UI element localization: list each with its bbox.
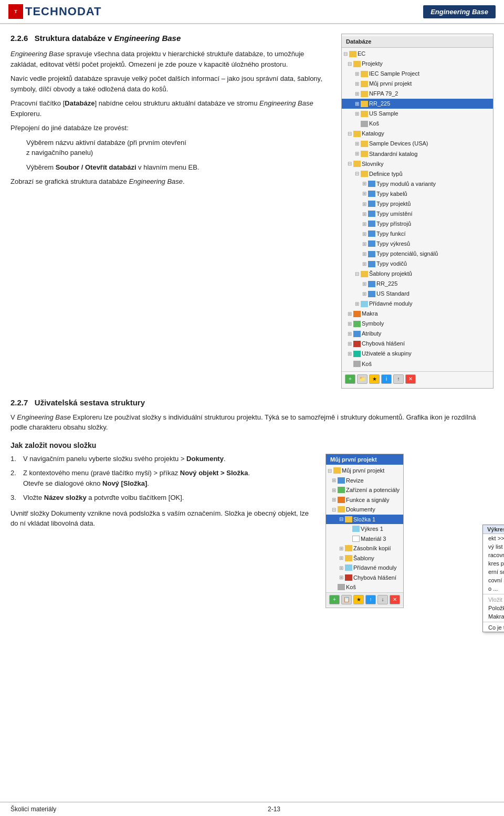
nav-item-funkce[interactable]: ⊞ Funkce a signály [326,495,403,505]
context-item-erni[interactable]: erní soubor [483,568,504,576]
step-3: Vložte Název složky a potvrďte volbu tla… [10,493,316,503]
tree-item-uzivatele[interactable]: ⊞ Uživatelé a skupiny [342,349,493,359]
tree-item-atributy[interactable]: ⊞ Atributy [342,329,493,339]
logo-text: TECHNODAT [25,5,101,18]
folder-icon [361,141,368,147]
tree-item-symboly[interactable]: ⊞ Symboly [342,319,493,329]
tree-item-ec[interactable]: ⊟ EC [342,49,493,59]
nav-item-zasobnik[interactable]: ⊞ Zásobník kopií [326,543,403,553]
trash-icon [338,584,345,590]
nav-panel: Můj první projekt ⊟ Můj první projekt ⊞ … [326,454,404,608]
tree-item-typy-vodicu[interactable]: ⊞ Typy vodičů [342,259,493,269]
context-item-kres[interactable]: kres protokolu [483,559,504,568]
tree-item-definice-typu[interactable]: ⊟ Definice typů [342,169,493,179]
folder-icon [361,101,368,107]
context-item-vlozit[interactable]: Vložit "Speciál" [483,595,504,604]
doc-icon [368,191,375,197]
folder-icon [353,161,361,167]
nav-item-material3[interactable]: Materiál 3 [326,534,403,544]
nav-item-slozka1[interactable]: ⊟ Složka 1 [326,515,403,525]
folder-icon [338,487,345,493]
context-item-cojeto[interactable]: Co je toto ? F1 [483,623,504,632]
folder-icon [345,516,352,522]
nav-item-vykres1[interactable]: Výkres 1 [326,524,403,534]
tree-item-rr225-2[interactable]: ⊞ RR_225 [342,279,493,289]
tree-item-typy-projektu[interactable]: ⊞ Typy projektů [342,199,493,209]
nav-btn-6[interactable]: ✕ [390,595,400,604]
tree-item-std-katalog[interactable]: ⊞ Standardní katalog [342,149,493,159]
toolbar-btn-6[interactable]: ✕ [405,374,416,384]
tree-item-makra[interactable]: ⊞ Makra [342,309,493,319]
section-226-heading: 2.2.6 Struktura databáze v Engineering B… [10,34,332,43]
nav-btn-1[interactable]: + [329,595,340,604]
folder-icon [361,81,368,87]
doc-icon [368,211,375,217]
tree-item-sablony-projektu[interactable]: ⊟ Šablony projektů [342,269,493,279]
footer-left: Školicí materiály [10,805,56,813]
page-header: T TECHNODAT Engineering Base [0,0,504,24]
tree-item-projekty[interactable]: ⊟ Projekty [342,59,493,69]
tree-item-us-standard[interactable]: ⊞ US Standard [342,289,493,299]
toolbar-btn-5[interactable]: ↑ [393,374,404,384]
tree-item-chybova-hlaseni[interactable]: ⊞ Chybová hlášení [342,339,493,349]
context-item-o[interactable]: o ... [483,584,504,593]
nav-btn-2[interactable]: 📋 [341,595,352,604]
doc-icon [368,231,375,237]
nav-btn-4[interactable]: ↑ [365,595,376,604]
tree-item-pridavne-moduly[interactable]: ⊞ Přídavné moduly [342,299,493,309]
step-1: V navigačním panelu vyberte složku svého… [10,454,316,464]
doc-icon [352,526,360,532]
folder-icon [361,71,368,77]
users-icon [353,351,361,357]
folder-icon [333,467,341,474]
tree-item-kos1[interactable]: Koš [342,119,493,129]
tree-item-ussample[interactable]: ⊞ US Sample [342,109,493,119]
nav-item-pridavne[interactable]: ⊞ Přídavné moduly [326,563,403,573]
toolbar-btn-4[interactable]: i [381,374,392,384]
folder-icon [353,131,361,137]
tree-item-iec-project[interactable]: ⊞ IEC Sample Project [342,69,493,79]
tree-item-typy-funkci[interactable]: ⊞ Typy funkcí [342,229,493,239]
context-item-rac[interactable]: racovní seznam [483,551,504,559]
nav-item-zarizeni[interactable]: ⊞ Zařízení a potenciály [326,485,403,495]
context-item-vyl[interactable]: vý list [483,542,504,551]
attr-icon [353,331,361,337]
tree-item-sample-devices[interactable]: ⊞ Sample Devices (USA) [342,139,493,149]
tree-item-kos2[interactable]: Koš [342,359,493,369]
folder-icon [345,555,352,561]
tree-item-typy-kabelu[interactable]: ⊞ Typy kabelů [342,189,493,199]
tree-item-slovniky[interactable]: ⊟ Slovníky [342,159,493,169]
header-badge: Engineering Base [423,5,496,18]
nav-item-dokumenty[interactable]: ⊟ Dokumenty [326,505,403,515]
tree-item-typy-vykresu[interactable]: ⊞ Typy výkresů [342,239,493,249]
module-icon [361,301,368,307]
nav-item-revize[interactable]: ⊞ Revize [326,476,403,486]
trash-icon [353,361,361,367]
tree-item-typy-modulu[interactable]: ⊞ Typy modulů a varianty [342,179,493,189]
context-item-cov[interactable]: covní seznam do Visia [483,576,504,584]
tree-item-typy-pristroju[interactable]: ⊞ Typy přístrojů [342,219,493,229]
doc-icon [368,251,375,257]
context-item-polozku[interactable]: Položku jako tlačítko [483,604,504,612]
context-item-makra[interactable]: Makra >> [483,612,504,621]
tree-item-katalogy[interactable]: ⊟ Katalogy [342,129,493,139]
nav-item-kos[interactable]: Koš [326,582,403,592]
toolbar-btn-3[interactable]: ★ [369,374,380,384]
tree-item-muj-prvni[interactable]: ⊞ Můj první projekt [342,79,493,89]
nav-toolbar: + 📋 ★ ↑ ↓ ✕ [326,592,403,606]
toolbar-btn-1[interactable]: + [345,374,355,384]
toolbar-btn-2[interactable]: 📁 [357,374,368,384]
nav-item-sablony[interactable]: ⊞ Šablony [326,553,403,563]
doc-icon [368,201,375,207]
nav-item-chybova[interactable]: ⊞ Chybová hlášení [326,573,403,583]
context-item-ekt[interactable]: ekt >> [483,534,504,542]
section-227: 2.2.7 Uživatelská sestava struktury V En… [10,398,494,433]
nav-item-muj-prvni[interactable]: ⊟ Můj první projekt [326,466,403,476]
logo-area: T TECHNODAT [8,4,101,19]
tree-item-rr225[interactable]: ⊞ RR_225 [342,99,493,109]
tree-item-nfpa[interactable]: ⊞ NFPA 79_2 [342,89,493,99]
nav-btn-5[interactable]: ↓ [377,595,388,604]
tree-item-typy-umisteni[interactable]: ⊞ Typy umístění [342,209,493,219]
tree-item-typy-potencialu[interactable]: ⊞ Typy potenciálů, signálů [342,249,493,259]
nav-btn-3[interactable]: ★ [353,595,364,604]
